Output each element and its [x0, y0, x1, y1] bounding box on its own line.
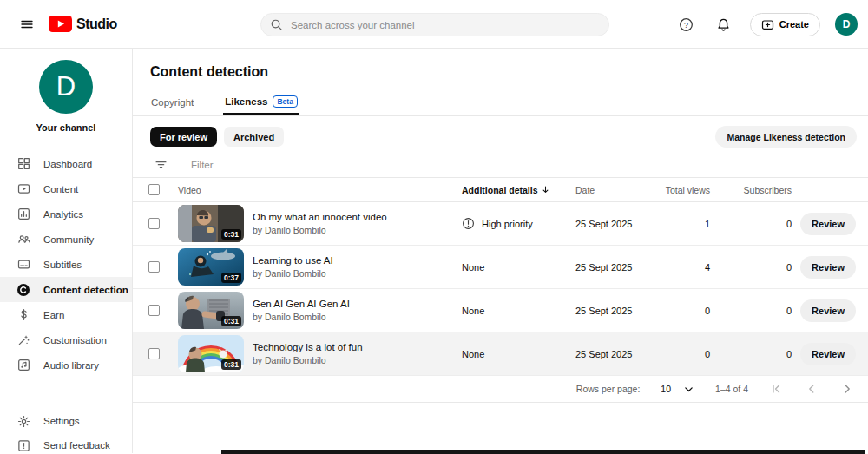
- select-all-checkbox[interactable]: [148, 184, 160, 195]
- rows-per-page-label: Rows per page:: [576, 384, 641, 394]
- details-value: High priority: [482, 219, 533, 229]
- channel-avatar[interactable]: D: [39, 60, 93, 114]
- search-input[interactable]: [291, 20, 600, 30]
- column-header-video[interactable]: Video: [178, 185, 462, 195]
- tab-label: Likeness: [225, 96, 267, 107]
- search-bar[interactable]: [260, 13, 609, 36]
- details-value: None: [462, 306, 484, 316]
- previous-page-icon[interactable]: [805, 382, 819, 396]
- table-row[interactable]: 0:31 Oh my what an innocent video by Dan…: [133, 202, 868, 246]
- table-header: Video Additional details Date Total view…: [133, 178, 868, 202]
- subtitles-icon: [16, 258, 30, 272]
- video-thumbnail[interactable]: 0:31: [178, 205, 244, 242]
- sidebar-item-customisation[interactable]: Customisation: [0, 327, 132, 352]
- filter-bar: [133, 152, 868, 178]
- tab-copyright[interactable]: Copyright: [151, 97, 194, 115]
- sort-descending-icon: [541, 185, 550, 194]
- sidebar-item-settings[interactable]: Settings: [0, 409, 132, 433]
- column-header-total-views[interactable]: Total views: [654, 185, 710, 195]
- views-value: 1: [654, 219, 710, 229]
- review-button[interactable]: Review: [800, 213, 856, 235]
- duration-badge: 0:31: [221, 359, 241, 370]
- subscribers-value: 0: [710, 306, 792, 316]
- channel-label: Your channel: [36, 122, 96, 133]
- row-checkbox[interactable]: [148, 261, 160, 273]
- create-icon: [761, 18, 774, 31]
- column-header-subscribers[interactable]: Subscribers: [710, 185, 792, 195]
- filter-input[interactable]: [191, 160, 451, 170]
- sidebar-item-dashboard[interactable]: Dashboard: [0, 151, 132, 176]
- subscribers-value: 0: [710, 349, 792, 359]
- sidebar-item-content[interactable]: Content: [0, 176, 132, 201]
- review-button[interactable]: Review: [800, 256, 856, 279]
- create-label: Create: [779, 19, 809, 30]
- content-icon: [16, 182, 30, 196]
- video-title[interactable]: Technology is a lot of fun: [253, 340, 363, 355]
- account-avatar[interactable]: D: [835, 13, 858, 36]
- rows-per-page-select[interactable]: 10: [661, 384, 694, 395]
- video-title[interactable]: Learning to use AI: [253, 253, 333, 268]
- next-page-icon[interactable]: [840, 382, 854, 396]
- column-header-date[interactable]: Date: [575, 185, 654, 195]
- manage-likeness-detection-button[interactable]: Manage Likeness detection: [715, 126, 857, 148]
- beta-badge: Beta: [273, 95, 297, 108]
- sidebar-item-audio-library[interactable]: Audio library: [0, 352, 132, 378]
- sidebar-item-subtitles[interactable]: Subtitles: [0, 252, 132, 277]
- row-checkbox[interactable]: [148, 218, 160, 229]
- views-value: 4: [654, 262, 710, 273]
- row-checkbox[interactable]: [148, 348, 160, 359]
- studio-logo[interactable]: Studio: [49, 16, 117, 32]
- video-title[interactable]: Gen AI Gen AI Gen AI: [253, 297, 350, 312]
- table-row[interactable]: 0:31 Technology is a lot of fun by Danil…: [133, 332, 868, 376]
- duration-badge: 0:31: [221, 229, 241, 240]
- sidebar-item-content-detection[interactable]: Content detection: [0, 277, 132, 302]
- create-button[interactable]: Create: [750, 13, 820, 36]
- table-row[interactable]: 0:31 Gen AI Gen AI Gen AI by Danilo Bomb…: [133, 289, 868, 332]
- row-checkbox[interactable]: [148, 305, 160, 316]
- review-button[interactable]: Review: [800, 299, 856, 322]
- table-row[interactable]: 0:37 Learning to use AI by Danilo Bombil…: [133, 246, 868, 289]
- chip-for-review[interactable]: For review: [150, 127, 217, 147]
- topbar: Studio ? Create D: [0, 0, 868, 49]
- controls-row: For review Archived Manage Likeness dete…: [150, 126, 857, 148]
- video-thumbnail[interactable]: 0:31: [178, 335, 244, 372]
- tab-likeness[interactable]: Likeness Beta: [225, 95, 298, 115]
- bottom-bar: [221, 450, 865, 454]
- brand-name: Studio: [76, 16, 117, 32]
- video-thumbnail[interactable]: 0:37: [178, 248, 244, 286]
- sidebar: D Your channel Dashboard Content Analyti…: [0, 49, 133, 453]
- main-content: Content detection Copyright Likeness Bet…: [133, 49, 868, 453]
- date-value: 25 Sept 2025: [575, 219, 654, 229]
- first-page-icon[interactable]: [769, 382, 783, 396]
- sidebar-item-send-feedback[interactable]: Send feedback: [0, 433, 132, 454]
- sidebar-nav: Dashboard Content Analytics Community Su…: [0, 151, 132, 378]
- feedback-icon: [16, 438, 30, 452]
- date-value: 25 Sept 2025: [575, 262, 654, 273]
- sidebar-footer: Settings Send feedback: [0, 409, 132, 454]
- table-pagination: Rows per page: 10 1–4 of 4: [133, 376, 868, 403]
- column-header-additional-details[interactable]: Additional details: [462, 185, 575, 195]
- sidebar-item-analytics[interactable]: Analytics: [0, 201, 132, 227]
- chip-archived[interactable]: Archived: [224, 127, 284, 147]
- video-thumbnail[interactable]: 0:31: [178, 292, 244, 329]
- help-icon[interactable]: ?: [675, 13, 698, 36]
- customisation-icon: [16, 333, 30, 347]
- tabs: Copyright Likeness Beta: [133, 90, 868, 116]
- menu-icon[interactable]: [12, 10, 42, 39]
- details-value: None: [462, 349, 484, 359]
- page-range-label: 1–4 of 4: [715, 384, 748, 394]
- duration-badge: 0:31: [221, 316, 241, 326]
- channel-block[interactable]: D Your channel: [0, 49, 132, 133]
- high-priority-icon: [462, 217, 475, 230]
- video-title[interactable]: Oh my what an innocent video: [253, 210, 387, 225]
- sidebar-item-label: Send feedback: [43, 440, 110, 451]
- sidebar-item-earn[interactable]: Earn: [0, 302, 132, 327]
- video-byline: by Danilo Bombilo: [253, 224, 387, 237]
- notifications-icon[interactable]: [713, 13, 735, 36]
- audio-library-icon: [16, 359, 30, 372]
- sidebar-item-label: Dashboard: [43, 159, 92, 169]
- video-byline: by Danilo Bombilo: [253, 311, 350, 324]
- sidebar-item-community[interactable]: Community: [0, 227, 132, 252]
- review-button[interactable]: Review: [800, 343, 856, 365]
- duration-badge: 0:37: [221, 273, 241, 283]
